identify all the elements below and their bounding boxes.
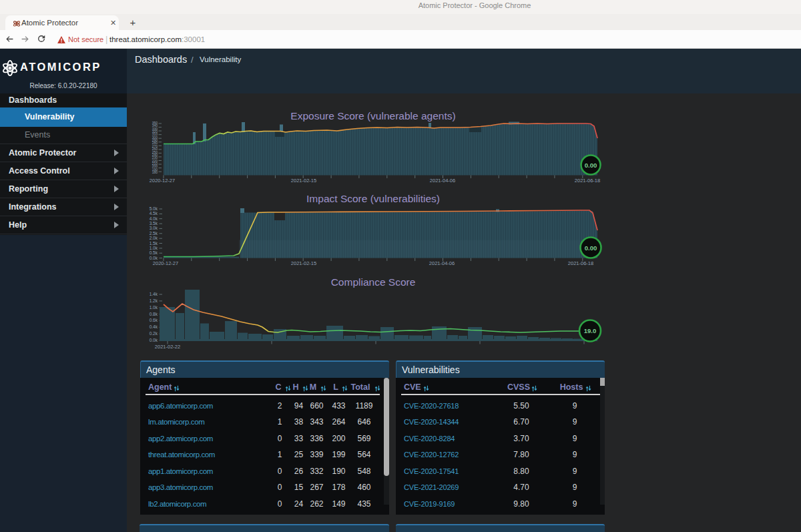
svg-text:1.5k: 1.5k bbox=[150, 241, 158, 246]
svg-text:0.2k: 0.2k bbox=[150, 331, 158, 336]
svg-text:2021-02-15: 2021-02-15 bbox=[291, 178, 316, 184]
svg-text:0.0k: 0.0k bbox=[150, 256, 158, 260]
svg-text:0.4k: 0.4k bbox=[150, 324, 158, 329]
svg-text:3.0k: 3.0k bbox=[150, 226, 158, 230]
svg-text:3.5k: 3.5k bbox=[150, 221, 158, 226]
svg-text:0.00: 0.00 bbox=[585, 244, 597, 252]
svg-text:0.00: 0.00 bbox=[585, 162, 597, 169]
svg-text:0.8k: 0.8k bbox=[150, 312, 158, 316]
svg-text:2021-06-18: 2021-06-18 bbox=[575, 178, 600, 184]
svg-text:4.0k: 4.0k bbox=[150, 216, 158, 221]
svg-text:19.0: 19.0 bbox=[584, 327, 597, 334]
svg-text:1.2k: 1.2k bbox=[150, 298, 158, 303]
svg-text:1.0k: 1.0k bbox=[150, 246, 158, 250]
svg-text:Exposure Score (vulnerable age: Exposure Score (vulnerable agents) bbox=[290, 110, 455, 121]
svg-text:2021-04-06: 2021-04-06 bbox=[429, 260, 455, 266]
svg-text:2020-12-27: 2020-12-27 bbox=[150, 178, 175, 184]
svg-text:0.0k: 0.0k bbox=[150, 338, 158, 342]
svg-text:2.5k: 2.5k bbox=[150, 231, 158, 236]
svg-text:180: 180 bbox=[152, 170, 158, 174]
svg-text:1.0k: 1.0k bbox=[150, 305, 158, 310]
svg-text:Compliance Score: Compliance Score bbox=[331, 276, 416, 288]
svg-text:5.0k: 5.0k bbox=[150, 206, 158, 211]
svg-text:4.5k: 4.5k bbox=[150, 211, 158, 216]
svg-text:1.4k: 1.4k bbox=[150, 292, 158, 296]
svg-text:2021-04-06: 2021-04-06 bbox=[430, 178, 455, 184]
svg-text:2.0k: 2.0k bbox=[150, 236, 158, 240]
svg-text:2021-02-15: 2021-02-15 bbox=[291, 260, 316, 266]
svg-text:2021-06-18: 2021-06-18 bbox=[568, 260, 593, 266]
svg-text:0.5k: 0.5k bbox=[150, 250, 158, 255]
svg-text:2020-12-27: 2020-12-27 bbox=[153, 260, 178, 266]
svg-text:2021-02-22: 2021-02-22 bbox=[155, 344, 180, 350]
svg-text:0.6k: 0.6k bbox=[150, 318, 158, 322]
svg-text:Impact Score (vulnerabilities): Impact Score (vulnerabilities) bbox=[306, 193, 440, 204]
